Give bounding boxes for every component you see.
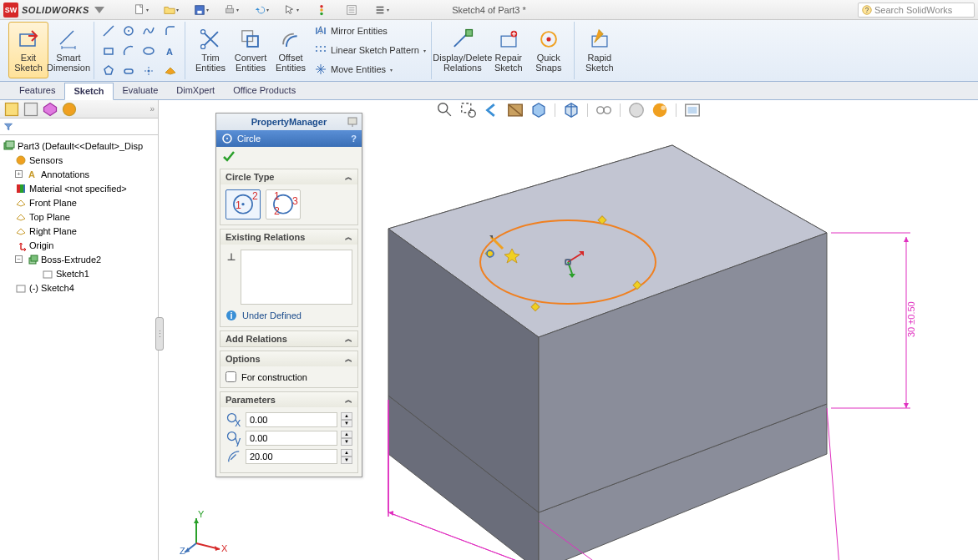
fillet-tool[interactable] bbox=[161, 22, 180, 40]
select-button[interactable]: ▾ bbox=[280, 2, 303, 18]
circle-tool[interactable] bbox=[119, 22, 138, 40]
collapse-icon[interactable]: ︽ bbox=[345, 172, 352, 183]
tree-sketch4[interactable]: (-) Sketch4 bbox=[2, 280, 156, 295]
rapid-sketch-button[interactable]: Rapid Sketch bbox=[580, 22, 620, 78]
smart-dimension-button[interactable]: Smart Dimension bbox=[48, 22, 89, 78]
undo-button[interactable]: ▾ bbox=[250, 2, 273, 18]
pin-icon[interactable] bbox=[347, 116, 358, 128]
collapse-icon[interactable]: ︽ bbox=[345, 395, 352, 406]
tree-top-plane[interactable]: Top Plane bbox=[2, 209, 156, 224]
tree-annotations[interactable]: +AAnnotations bbox=[2, 167, 156, 181]
tab-features[interactable]: Features bbox=[10, 82, 64, 99]
move-entities-button[interactable]: Move Entities▾ bbox=[314, 60, 426, 78]
tab-evaluate[interactable]: Evaluate bbox=[114, 82, 168, 99]
scene-icon[interactable] bbox=[651, 102, 669, 119]
plane-tool[interactable] bbox=[161, 62, 180, 80]
tree-sketch1[interactable]: Sketch1 bbox=[2, 266, 156, 280]
cy-input[interactable]: 0.00 bbox=[246, 431, 337, 446]
pane-splitter-handle[interactable]: ⋮ bbox=[155, 317, 164, 351]
svg-text:A: A bbox=[28, 169, 35, 179]
for-construction-checkbox[interactable] bbox=[225, 371, 236, 382]
rectangle-tool[interactable] bbox=[99, 42, 118, 60]
tree-boss-extrude[interactable]: −Boss-Extrude2 bbox=[2, 252, 156, 266]
hide-show-icon[interactable] bbox=[595, 102, 613, 119]
ribbon: Exit Sketch Smart Dimension A Trim Enti bbox=[0, 20, 978, 82]
options-button[interactable] bbox=[340, 2, 363, 18]
tree-tab-dimxpert-icon[interactable] bbox=[61, 102, 78, 117]
search-box[interactable]: ? Search SolidWorks bbox=[858, 3, 975, 18]
tree-tab-config-icon[interactable] bbox=[42, 102, 58, 117]
linear-pattern-button[interactable]: Linear Sketch Pattern▾ bbox=[314, 41, 426, 59]
prev-view-icon[interactable] bbox=[483, 102, 501, 119]
display-delete-relations-button[interactable]: Display/Delete Relations bbox=[437, 22, 489, 78]
perimeter-circle-option[interactable]: 132 bbox=[266, 189, 301, 219]
text-tool[interactable]: A bbox=[161, 42, 180, 60]
repair-sketch-button[interactable]: Repair Sketch bbox=[489, 22, 529, 78]
param-center-y: y 0.00 ▲▼ bbox=[225, 431, 352, 446]
tree-tab-feature-icon[interactable] bbox=[3, 102, 20, 117]
traffic-light-icon[interactable] bbox=[310, 2, 333, 18]
tree-root[interactable]: Part3 (Default<<Default>_Disp bbox=[2, 139, 156, 153]
radius-spinner[interactable]: ▲▼ bbox=[341, 449, 352, 464]
tree-front-plane[interactable]: Front Plane bbox=[2, 195, 156, 209]
line-tool[interactable] bbox=[99, 22, 118, 40]
relations-listbox[interactable] bbox=[241, 250, 352, 305]
collapse-icon[interactable]: ︽ bbox=[345, 354, 352, 365]
tree-expand-chevron[interactable]: » bbox=[149, 104, 155, 114]
tree-sensors[interactable]: Sensors bbox=[2, 153, 156, 167]
svg-text:2: 2 bbox=[274, 205, 280, 217]
open-file-button[interactable]: ▾ bbox=[160, 2, 183, 18]
spline-tool[interactable] bbox=[139, 22, 158, 40]
exit-sketch-button[interactable]: Exit Sketch bbox=[8, 22, 48, 78]
svg-point-15 bbox=[144, 48, 154, 54]
svg-rect-4 bbox=[227, 5, 231, 8]
brand-menu-dropdown[interactable] bbox=[94, 7, 104, 13]
save-button[interactable]: ▾ bbox=[190, 2, 213, 18]
svg-rect-47 bbox=[31, 255, 38, 261]
circle-feature-icon bbox=[221, 133, 233, 144]
svg-point-104 bbox=[241, 203, 244, 205]
filter-icon[interactable] bbox=[3, 122, 13, 132]
dimension-30[interactable]: 30 ±0.50 bbox=[831, 233, 916, 408]
cx-input[interactable]: 0.00 bbox=[246, 412, 337, 427]
quick-snaps-button[interactable]: Quick Snaps bbox=[529, 22, 569, 78]
tab-dimxpert[interactable]: DimXpert bbox=[167, 82, 224, 99]
list-button[interactable]: ▾ bbox=[370, 2, 393, 18]
tree-right-plane[interactable]: Right Plane bbox=[2, 224, 156, 238]
ok-check-icon[interactable] bbox=[221, 149, 236, 164]
arc-tool[interactable] bbox=[119, 42, 138, 60]
radius-input[interactable]: 20.00 bbox=[246, 449, 337, 464]
new-file-button[interactable]: ▾ bbox=[129, 2, 153, 18]
tree-tab-property-icon[interactable] bbox=[23, 102, 39, 117]
view-settings-icon[interactable] bbox=[683, 102, 702, 119]
cy-spinner[interactable]: ▲▼ bbox=[341, 431, 352, 446]
svg-point-41 bbox=[17, 156, 25, 164]
mirror-entities-button[interactable]: AMirror Entities bbox=[314, 22, 426, 40]
tab-office-products[interactable]: Office Products bbox=[224, 82, 305, 99]
point-tool[interactable] bbox=[139, 62, 158, 80]
pm-help-icon[interactable]: ? bbox=[351, 134, 357, 144]
section-view-icon[interactable] bbox=[506, 102, 524, 119]
orientation-triad[interactable]: Y X Z bbox=[180, 506, 230, 556]
cx-spinner[interactable]: ▲▼ bbox=[341, 412, 352, 427]
view-orientation-icon[interactable] bbox=[530, 102, 548, 119]
appearance-icon[interactable] bbox=[627, 102, 646, 119]
tree-material[interactable]: Material <not specified> bbox=[2, 181, 156, 195]
collapse-icon[interactable]: ︽ bbox=[345, 334, 352, 345]
zoom-fit-icon[interactable] bbox=[436, 102, 454, 119]
print-button[interactable]: ▾ bbox=[220, 2, 243, 18]
collapse-icon[interactable]: ︽ bbox=[345, 232, 352, 243]
slot-tool[interactable] bbox=[119, 62, 138, 80]
title-bar: SW SOLIDWORKS ▾ ▾ ▾ ▾ ▾ ▾ ▾ Sketch4 of P… bbox=[0, 0, 978, 20]
tab-sketch[interactable]: Sketch bbox=[64, 83, 113, 100]
tree-origin[interactable]: Origin bbox=[2, 238, 156, 252]
zoom-area-icon[interactable] bbox=[459, 102, 478, 119]
ellipse-tool[interactable] bbox=[139, 42, 158, 60]
convert-entities-button[interactable]: Convert Entities bbox=[231, 22, 271, 78]
center-circle-option[interactable]: 12 bbox=[225, 189, 261, 219]
radius-icon bbox=[225, 449, 242, 464]
offset-entities-button[interactable]: Offset Entities bbox=[271, 22, 311, 78]
polygon-tool[interactable] bbox=[99, 62, 118, 80]
trim-entities-button[interactable]: Trim Entities bbox=[190, 22, 231, 78]
display-style-icon[interactable] bbox=[562, 102, 580, 119]
